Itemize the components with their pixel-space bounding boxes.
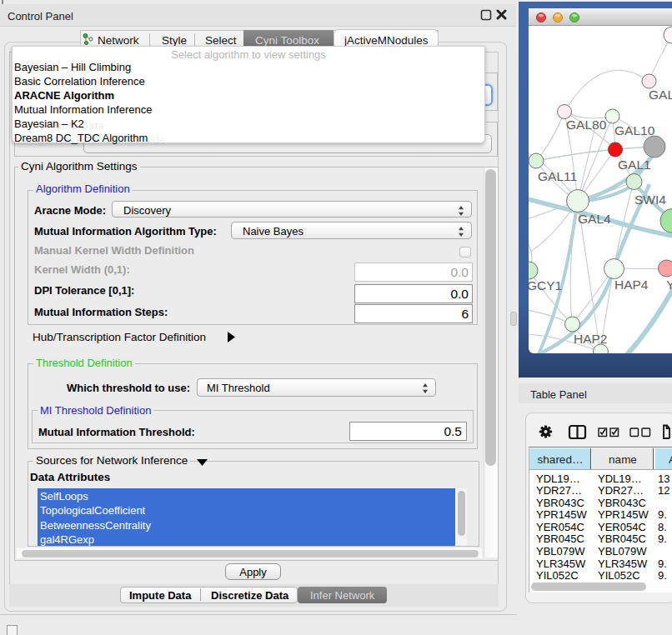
svg-text:HAP4: HAP4: [614, 278, 649, 292]
svg-text:GAL80: GAL80: [566, 118, 607, 132]
svg-text:GCY1: GCY1: [529, 278, 562, 292]
svg-text:HAP2: HAP2: [574, 332, 608, 346]
svg-text:GAL10: GAL10: [614, 123, 655, 138]
svg-text:GAL11: GAL11: [538, 169, 577, 183]
svg-text:GAL1: GAL1: [618, 158, 651, 172]
svg-text:GAL: GAL: [649, 88, 672, 102]
svg-text:SWI4: SWI4: [634, 192, 666, 207]
svg-text:Y: Y: [666, 278, 672, 292]
svg-text:GAL4: GAL4: [578, 212, 611, 226]
